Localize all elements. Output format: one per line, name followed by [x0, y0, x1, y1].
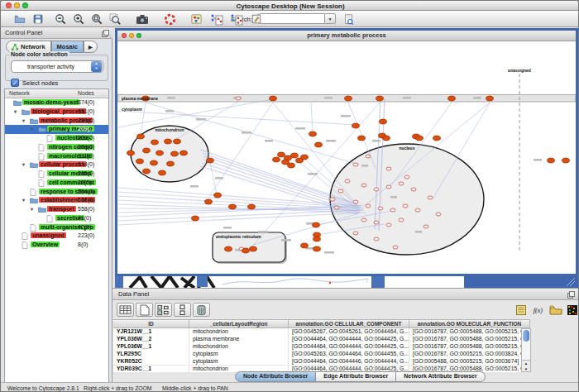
tree-row-cell-communicat[interactable]: cell communicat22(0): [5, 179, 108, 188]
table-cell[interactable]: [GO:0045263, GO:0044464, GO:0044455, G..…: [289, 351, 409, 358]
expand-arrow-icon[interactable]: ▾: [22, 161, 25, 167]
zoom-out-icon[interactable]: [54, 12, 68, 26]
function-builder-icon[interactable]: f(x): [530, 304, 546, 316]
matrix-icon[interactable]: [564, 304, 579, 316]
expand-arrow-icon[interactable]: ▾: [14, 108, 17, 114]
import-attributes-icon[interactable]: [548, 304, 563, 316]
folder-icon: [38, 126, 46, 133]
tree-row-biological-process[interactable]: ▾biological_process651(0): [5, 108, 108, 117]
tab-edge-attribute-browser[interactable]: Edge Attribute Browser: [316, 371, 396, 382]
tree-row-multi-organism-pro[interactable]: multi-organism pro42(0): [5, 223, 108, 232]
table-cell[interactable]: [GO:0044464, GO:0044444, GO:0044425, G..…: [289, 343, 409, 351]
tree-row-cellular-metabo[interactable]: cellular metabo209(0): [5, 170, 108, 179]
table-cell[interactable]: YLR295C: [113, 351, 189, 358]
scrollbar-thumb[interactable]: [523, 330, 529, 342]
annotation-icon[interactable]: [249, 12, 263, 26]
search-input[interactable]: [256, 13, 325, 24]
expand-arrow-icon[interactable]: ▾: [31, 126, 33, 131]
column-header-3[interactable]: annotation.GO MOLECULAR_FUNCTION: [409, 319, 530, 328]
table-cell[interactable]: [GO:0016787, GO:0005215, GO:0003824, G..…: [409, 351, 530, 358]
frame-zoom-button[interactable]: [136, 33, 141, 38]
table-cell[interactable]: YDR039C__1: [113, 366, 189, 373]
svg-text:endoplasmic reticulum: endoplasmic reticulum: [216, 234, 261, 239]
table-cell[interactable]: [GO:0016787, GO:0005488, GO:0005215, G..…: [409, 328, 530, 336]
node-color-dropdown[interactable]: transporter activity ▲▼: [11, 60, 103, 73]
status-welcome: Welcome to Cytoscape 2.8.1: [7, 385, 79, 391]
status-pan-hint: Middle-click + drag to PAN: [162, 385, 228, 391]
column-header-2[interactable]: annotation.GO CELLULAR_COMPONENT: [289, 319, 409, 328]
expand-arrow-icon[interactable]: ▾: [22, 197, 25, 203]
tree-header: Network Nodes: [5, 89, 108, 98]
expand-arrow-icon[interactable]: ▾: [22, 117, 25, 123]
network-window-titlebar[interactable]: primary metabolic process: [117, 31, 576, 41]
expand-arrow-icon[interactable]: ▾: [31, 206, 33, 212]
table-cell[interactable]: YKR052C: [113, 358, 189, 366]
table-cell[interactable]: mitochondrion: [189, 328, 289, 336]
table-cell[interactable]: YJR121W__1: [113, 328, 189, 336]
table-cell[interactable]: [GO:0045267, GO:0045261, GO:0044464, G..…: [289, 328, 409, 336]
tree-row-label: mosaic-demo-yeast: [22, 99, 79, 105]
frame-close-button[interactable]: [122, 33, 127, 38]
tab-network-attribute-browser[interactable]: Network Attribute Browser: [396, 371, 485, 382]
search-dropdown-arrow[interactable]: ▼: [325, 13, 336, 24]
column-header-1[interactable]: _cellularLayoutRegion: [189, 319, 289, 328]
tree-row-nucleobase-[interactable]: nucleobase-209(0): [5, 134, 108, 143]
table-cell[interactable]: YPL036W__2: [113, 336, 189, 343]
network-canvas[interactable]: plasma membranecytoplasmmitochondrionnuc…: [117, 42, 576, 274]
table-cell[interactable]: [GO:0044464, GO:0044444, GO:0044425, G..…: [289, 336, 409, 343]
table-cell[interactable]: cytoplasm: [189, 358, 289, 366]
table-cell[interactable]: cytoplasm: [189, 351, 289, 358]
zoom-region-icon[interactable]: [108, 12, 122, 26]
zoom-in-icon[interactable]: [72, 12, 86, 26]
table-cell[interactable]: plasma membrane: [189, 336, 289, 343]
open-icon[interactable]: [12, 12, 26, 26]
node-count: 223(0): [78, 232, 94, 238]
import-table-icon[interactable]: [229, 12, 243, 26]
table-cell[interactable]: [GO:0016787, GO:0005488, GO:0005215, G..…: [409, 343, 530, 351]
table-cell[interactable]: mitochondrion: [189, 343, 289, 351]
new-attribute-icon[interactable]: [136, 303, 153, 317]
select-attributes-icon[interactable]: [117, 303, 134, 317]
tab-overflow-button[interactable]: ▶: [84, 41, 98, 53]
search-options-icon[interactable]: [342, 12, 356, 26]
table-cell[interactable]: YPL036W__1: [113, 343, 189, 351]
node-count: 311(0): [78, 153, 94, 159]
folder-icon: [30, 197, 38, 204]
delete-attribute-icon[interactable]: [193, 303, 210, 317]
snapshot-icon[interactable]: [135, 12, 149, 26]
notes-icon[interactable]: [513, 304, 529, 316]
float-panel-icon[interactable]: [567, 291, 575, 299]
table-cell[interactable]: [GO:0016787, GO:0005488, GO:0005215, G..…: [409, 336, 530, 343]
modify-attributes-icon[interactable]: [155, 303, 172, 317]
tree-row-nitrogen-compo[interactable]: nitrogen compo209(0): [5, 143, 108, 152]
tree-row-transport[interactable]: ▾transport558(0): [5, 205, 108, 214]
network-file-icon: [22, 232, 28, 241]
frame-minimize-button[interactable]: [129, 33, 134, 38]
network-file-icon: [30, 224, 36, 232]
help-ring-icon[interactable]: [163, 12, 177, 26]
table-cell[interactable]: [GO:0044464, GO:0044446, GO:0044444, G..…: [289, 358, 409, 366]
column-header-0[interactable]: ID: [113, 319, 189, 328]
folder-icon: [30, 161, 38, 169]
network-file-icon: [46, 135, 53, 143]
tree-row-unassigned[interactable]: unassigned223(0): [5, 232, 108, 241]
tree-row-overview[interactable]: Overview8(0): [5, 241, 108, 250]
tree-row-cellular-process[interactable]: ▾cellular process614(0): [5, 160, 108, 170]
tree-row-metabolic-process[interactable]: ▾metabolic process280(0): [5, 117, 108, 126]
tree-row-secretion[interactable]: secretion41(0): [5, 214, 108, 223]
vizmapper-icon[interactable]: [189, 12, 203, 26]
import-network-icon[interactable]: [209, 12, 223, 26]
tree-row-response-to-stimulu[interactable]: response to stimulu264(0): [5, 188, 108, 197]
tree-row-macromolecule[interactable]: macromolecule311(0): [5, 152, 108, 161]
save-icon[interactable]: [31, 12, 45, 26]
scrollbar-arrows[interactable]: ▲▼: [521, 360, 531, 372]
tree-row-primary-metabo[interactable]: ▾primary metabo209(...: [5, 125, 108, 134]
tree-row-establishment-of-lo[interactable]: ▾establishment of lo558(0): [5, 196, 108, 205]
select-nodes-checkbox[interactable]: ✓: [11, 79, 19, 87]
zoom-fit-icon[interactable]: [90, 12, 104, 26]
attribute-list-icon[interactable]: [174, 303, 191, 317]
table-cell[interactable]: [GO:0005488, GO:0005215, GO:0003674]: [409, 358, 530, 366]
tab-node-attribute-browser[interactable]: Node Attribute Browser: [235, 371, 316, 382]
float-panel-icon[interactable]: [102, 30, 109, 37]
tree-row-mosaic-demo-yeast[interactable]: mosaic-demo-yeast874(0): [5, 98, 108, 108]
